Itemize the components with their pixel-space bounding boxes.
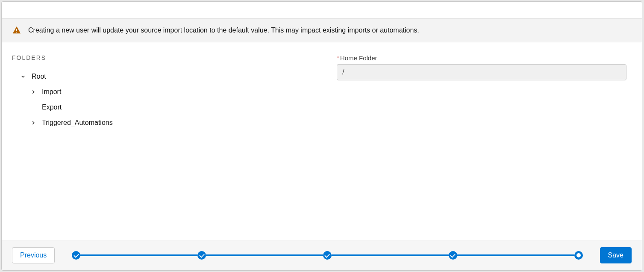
folder-node-root[interactable]: Root	[12, 69, 320, 84]
step-connector	[206, 254, 323, 256]
dialog-header	[2, 2, 642, 19]
step-connector	[80, 254, 197, 256]
step-2[interactable]	[197, 251, 206, 260]
step-4[interactable]	[449, 251, 457, 260]
home-folder-label: *Home Folder	[337, 54, 626, 62]
folder-label: Import	[42, 88, 61, 96]
step-connector	[332, 254, 449, 256]
chevron-right-icon[interactable]	[30, 119, 37, 126]
step-5-current[interactable]	[574, 251, 583, 260]
home-folder-panel: *Home Folder	[337, 54, 632, 130]
chevron-right-icon[interactable]	[30, 89, 37, 95]
step-connector	[457, 254, 574, 256]
progress-stepper	[62, 251, 593, 260]
dialog-footer: Previous Save	[2, 240, 642, 270]
folder-node-import[interactable]: Import	[12, 84, 320, 100]
warning-text: Creating a new user will update your sou…	[28, 27, 419, 34]
folder-label: Export	[42, 103, 62, 111]
svg-rect-0	[16, 29, 17, 31]
home-folder-input[interactable]	[337, 64, 626, 80]
warning-banner: Creating a new user will update your sou…	[2, 19, 642, 42]
folder-label: Root	[32, 73, 46, 80]
svg-rect-1	[16, 32, 17, 33]
dialog: Creating a new user will update your sou…	[1, 1, 642, 271]
folder-node-export[interactable]: Export	[12, 100, 320, 115]
save-button[interactable]: Save	[600, 247, 632, 263]
folder-tree: Root Import Export	[12, 69, 320, 130]
required-indicator: *	[337, 54, 339, 62]
step-3[interactable]	[323, 251, 332, 260]
folders-panel: FOLDERS Root Import	[12, 54, 320, 130]
warning-icon	[12, 26, 21, 35]
step-1[interactable]	[72, 251, 80, 260]
folders-heading: FOLDERS	[12, 54, 320, 61]
previous-button[interactable]: Previous	[12, 247, 55, 263]
folder-node-triggered-automations[interactable]: Triggered_Automations	[12, 115, 320, 130]
dialog-body: FOLDERS Root Import	[2, 42, 642, 130]
chevron-down-icon[interactable]	[20, 73, 26, 80]
folder-label: Triggered_Automations	[42, 119, 113, 127]
